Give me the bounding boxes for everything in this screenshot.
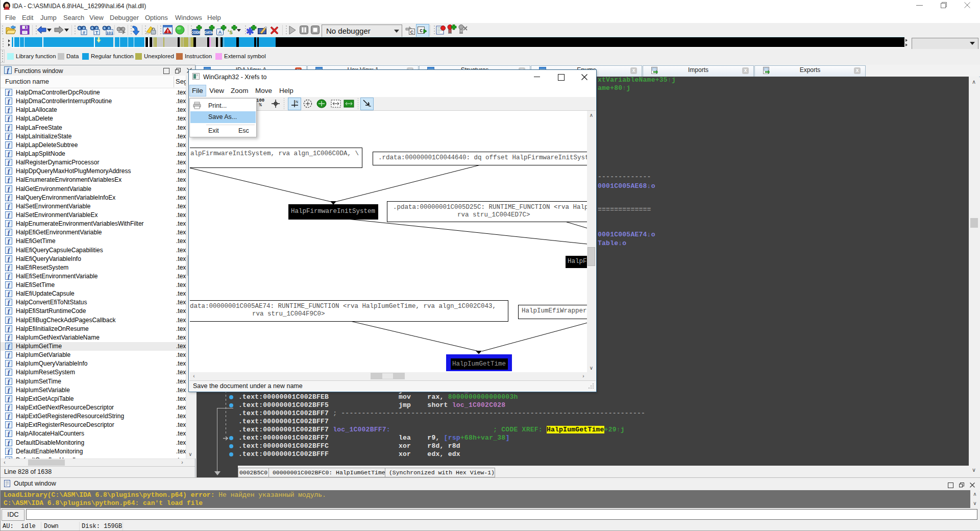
svg-text:N: N xyxy=(296,100,298,104)
svg-text:c: c xyxy=(420,28,423,33)
svg-text:T: T xyxy=(95,30,99,35)
svg-text:A: A xyxy=(218,30,222,35)
svg-text:‘s: ‘s xyxy=(228,29,233,36)
svg-text:DATA: DATA xyxy=(205,31,213,34)
svg-text:CODE: CODE xyxy=(192,31,201,34)
svg-text:#: # xyxy=(83,30,85,35)
svg-text:C: C xyxy=(410,30,414,35)
svg-text:101: 101 xyxy=(106,31,113,35)
